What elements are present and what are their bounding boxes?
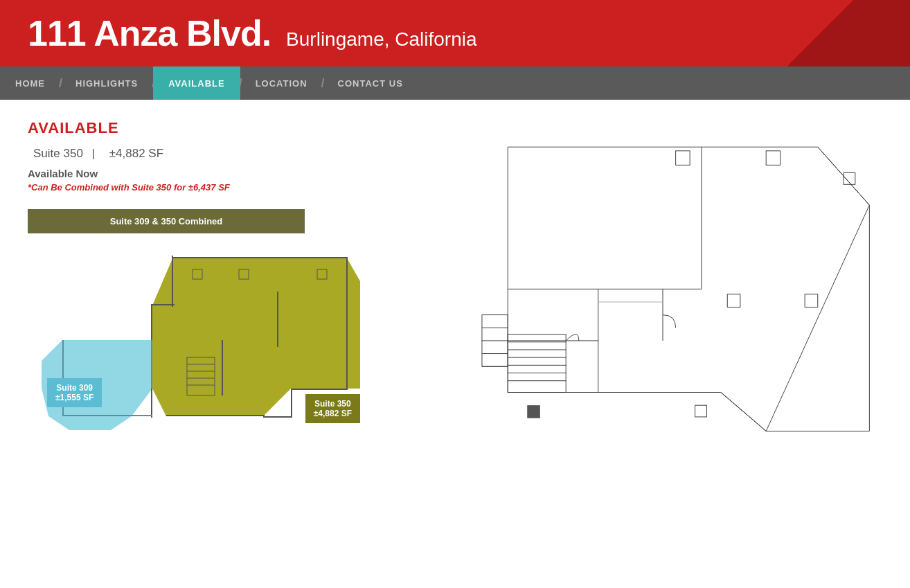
nav-home[interactable]: HOME [0,66,60,100]
svg-rect-10 [151,304,175,305]
large-floorplan-svg [443,119,882,465]
right-panel [429,119,882,468]
suite309-badge: Suite 309 ±1,555 SF [47,378,102,407]
nav-location[interactable]: LOCATION [240,66,323,100]
nav-contact[interactable]: CONTACT US [323,66,418,100]
svg-rect-42 [727,294,740,308]
svg-rect-2 [173,257,346,258]
svg-rect-32 [508,335,566,393]
svg-rect-3 [346,257,348,389]
header-title: 111 Anza Blvd. Burlingame, California [28,12,477,54]
svg-rect-13 [277,292,278,347]
combined-label: Suite 309 & 350 Combined [28,209,305,233]
svg-rect-6 [263,416,292,418]
suite-name: Suite 350 [33,147,83,160]
suite350-badge: Suite 350 ±4,882 SF [305,394,360,423]
svg-rect-5 [291,389,292,418]
svg-rect-39 [676,151,690,166]
svg-rect-7 [263,416,265,418]
svg-rect-45 [695,405,707,417]
floor-plan-small: Suite 309 ±1,555 SF Suite 350 ±4,882 SF [28,250,360,444]
availability-status: Available Now [28,168,429,179]
suite-size: ±4,882 SF [109,147,163,160]
svg-rect-4 [291,389,348,390]
svg-rect-12 [222,340,223,395]
nav-highlights[interactable]: HIGHLIGHTS [60,66,153,100]
header-title-bold: 111 Anza Blvd. [28,13,271,53]
header-subtitle: Burlingame, California [286,28,476,51]
main-nav: HOME HIGHLIGHTS AVAILABLE LOCATION CONTA… [0,66,910,100]
svg-marker-0 [152,257,360,416]
svg-rect-19 [151,340,152,389]
svg-rect-18 [62,415,152,416]
svg-rect-8 [166,415,265,416]
nav-available[interactable]: AVAILABLE [153,66,240,100]
svg-rect-11 [172,256,173,307]
divider: | [92,147,95,160]
combine-note: *Can Be Combined with Suite 350 for ±6,4… [28,182,429,193]
svg-rect-40 [766,151,780,166]
left-panel: AVAILABLE Suite 350 | ±4,882 SF Availabl… [28,119,429,468]
main-content: AVAILABLE Suite 350 | ±4,882 SF Availabl… [0,100,910,488]
svg-rect-43 [805,294,818,308]
section-title: AVAILABLE [28,119,429,137]
svg-line-52 [766,205,869,431]
svg-line-53 [721,393,766,431]
page-header: 111 Anza Blvd. Burlingame, California [0,0,910,66]
suite-info-line: Suite 350 | ±4,882 SF [28,147,429,161]
svg-rect-44 [527,405,540,418]
